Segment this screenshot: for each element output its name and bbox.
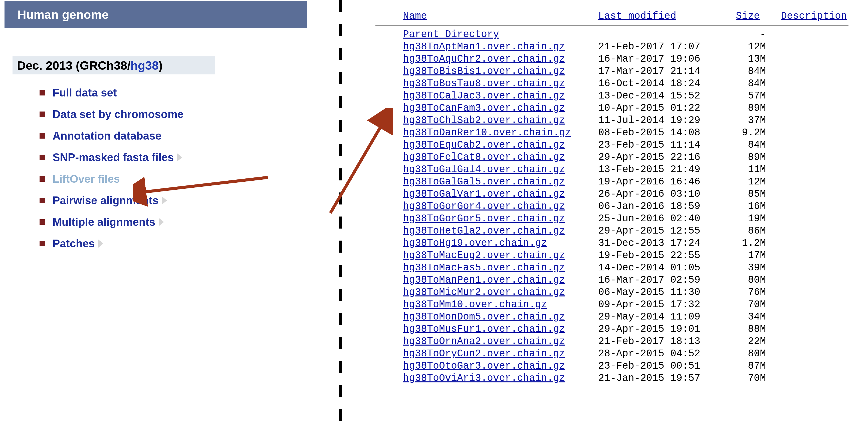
release-bar: Dec. 2013 (GRCh38/hg38) [12,56,215,75]
file-link[interactable]: hg38ToGalGal5.over.chain.gz [403,176,565,188]
menu-item-label: Patches [53,237,95,250]
file-icon [375,78,403,90]
file-icon [375,237,403,249]
file-link[interactable]: hg38ToGalVar1.over.chain.gz [403,189,565,200]
file-link[interactable]: hg38ToOryCun2.over.chain.gz [403,348,565,359]
menu-item-full-data-set[interactable]: Full data set [39,86,183,99]
file-desc [766,286,848,299]
file-size: 80M [728,274,766,286]
file-desc [766,188,848,200]
file-size: 84M [728,139,766,151]
file-link[interactable]: hg38ToBosTau8.over.chain.gz [403,78,565,89]
file-row: hg38ToDanRer10.over.chain.gz08-Feb-2015 … [375,127,848,139]
file-row: hg38ToMacEug2.over.chain.gz19-Feb-2015 2… [375,249,848,262]
file-link[interactable]: hg38ToChlSab2.over.chain.gz [403,115,565,126]
file-link[interactable]: hg38ToHetGla2.over.chain.gz [403,225,565,236]
file-link[interactable]: hg38ToMicMur2.over.chain.gz [403,287,565,298]
file-desc [766,53,848,65]
file-desc [766,78,848,90]
menu-item-snp-masked-fasta-files[interactable]: SNP-masked fasta files [39,151,183,164]
bullet-icon [39,90,45,95]
file-size: 85M [728,188,766,200]
file-link[interactable]: hg38ToOviAri3.over.chain.gz [403,373,565,384]
file-size: 57M [728,90,766,102]
file-link[interactable]: hg38ToOrnAna2.over.chain.gz [403,336,565,347]
file-icon [375,102,403,114]
file-icon [375,151,403,163]
menu-item-patches[interactable]: Patches [39,237,183,250]
file-link[interactable]: hg38ToHg19.over.chain.gz [403,237,547,249]
menu-item-label: Pairwise alignments [53,194,158,207]
file-icon [375,200,403,213]
file-size: 22M [728,335,766,347]
file-modified: 29-May-2014 11:09 [598,311,728,323]
file-icon [375,360,403,372]
file-link[interactable]: hg38ToMacEug2.over.chain.gz [403,250,565,261]
file-row: hg38ToFelCat8.over.chain.gz29-Apr-2015 2… [375,151,848,163]
file-link[interactable]: hg38ToOtoGar3.over.chain.gz [403,360,565,372]
file-desc [766,139,848,151]
menu-item-annotation-database[interactable]: Annotation database [39,130,183,142]
file-link[interactable]: hg38ToBisBis1.over.chain.gz [403,66,565,77]
file-size: 70M [728,372,766,385]
file-link[interactable]: hg38ToMusFur1.over.chain.gz [403,324,565,335]
file-link[interactable]: hg38ToCanFam3.over.chain.gz [403,103,565,114]
parent-directory-link[interactable]: Parent Directory [403,29,499,40]
menu-item-label: LiftOver files [53,173,120,185]
file-size: 88M [728,323,766,335]
file-row: hg38ToOtoGar3.over.chain.gz23-Feb-2015 0… [375,360,848,372]
file-modified: 23-Feb-2015 11:14 [598,139,728,151]
file-modified: 26-Apr-2016 03:10 [598,188,728,200]
file-modified: 29-Apr-2015 19:01 [598,323,728,335]
file-link[interactable]: hg38ToFelCat8.over.chain.gz [403,151,565,163]
file-link[interactable]: hg38ToMacFas5.over.chain.gz [403,262,565,273]
file-row: hg38ToChlSab2.over.chain.gz11-Jul-2014 1… [375,114,848,127]
menu-item-label: Full data set [53,86,117,99]
file-link[interactable]: hg38ToGorGor5.over.chain.gz [403,213,565,224]
file-row: hg38ToMicMur2.over.chain.gz06-May-2015 1… [375,286,848,299]
header-name[interactable]: Name [403,10,427,22]
file-link[interactable]: hg38ToDanRer10.over.chain.gz [403,127,571,138]
listing-header-row: Name Last modified Size Description [375,10,848,22]
file-modified: 13-Dec-2014 15:52 [598,90,728,102]
file-link[interactable]: hg38ToCalJac3.over.chain.gz [403,90,565,102]
file-desc [766,40,848,53]
file-link[interactable]: hg38ToAptMan1.over.chain.gz [403,41,565,52]
bullet-icon [39,133,45,139]
header-last-modified[interactable]: Last modified [598,10,676,22]
file-icon [375,262,403,274]
menu-item-data-set-by-chromosome[interactable]: Data set by chromosome [39,108,183,120]
file-row: hg38ToCalJac3.over.chain.gz13-Dec-2014 1… [375,90,848,102]
file-link[interactable]: hg38ToAquChr2.over.chain.gz [403,53,565,65]
file-size: - [728,28,766,40]
bullet-icon [39,198,45,203]
menu-item-liftover-files[interactable]: LiftOver files [39,173,183,185]
file-row: hg38ToGalVar1.over.chain.gz26-Apr-2016 0… [375,188,848,200]
file-size: 37M [728,114,766,127]
file-desc [766,335,848,347]
file-icon [375,311,403,323]
file-size: 12M [728,40,766,53]
file-row: hg38ToGorGor4.over.chain.gz06-Jan-2016 1… [375,200,848,213]
file-icon [375,65,403,78]
file-link[interactable]: hg38ToMonDom5.over.chain.gz [403,311,565,322]
bullet-icon [39,219,45,225]
header-description[interactable]: Description [781,10,847,22]
file-size: 80M [728,347,766,360]
file-link[interactable]: hg38ToManPen1.over.chain.gz [403,274,565,286]
svg-line-1 [330,123,383,213]
file-link[interactable]: hg38ToGalGal4.over.chain.gz [403,164,565,175]
file-desc [766,323,848,335]
file-link[interactable]: hg38ToMm10.over.chain.gz [403,299,547,310]
file-link[interactable]: hg38ToGorGor4.over.chain.gz [403,201,565,212]
vertical-divider [339,0,342,421]
menu-item-multiple-alignments[interactable]: Multiple alignments [39,216,183,228]
file-link[interactable]: hg38ToEquCab2.over.chain.gz [403,139,565,150]
file-modified: 11-Jul-2014 19:29 [598,114,728,127]
file-modified: 21-Feb-2017 17:07 [598,40,728,53]
file-desc [766,347,848,360]
menu-item-pairwise-alignments[interactable]: Pairwise alignments [39,194,183,207]
file-row: hg38ToManPen1.over.chain.gz16-Mar-2017 0… [375,274,848,286]
header-size[interactable]: Size [736,10,760,22]
file-desc [766,65,848,78]
